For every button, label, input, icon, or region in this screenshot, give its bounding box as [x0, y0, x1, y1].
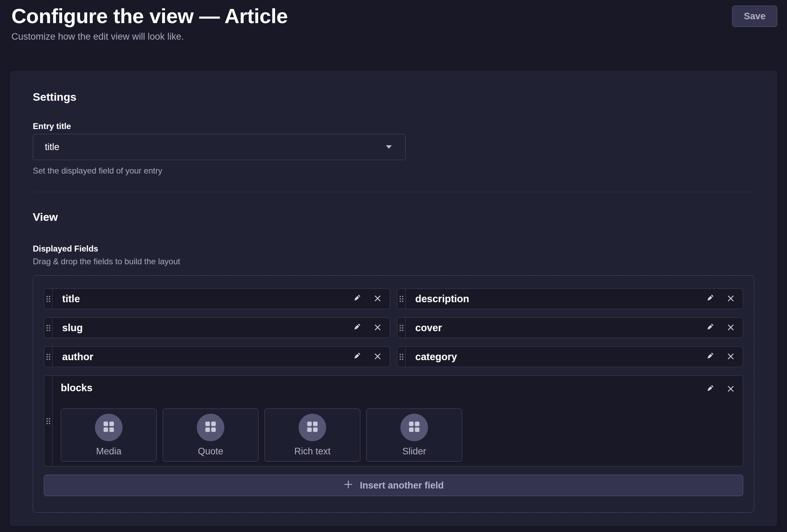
grid-icon	[104, 422, 114, 433]
component-list: Media Quote Rich text	[61, 408, 735, 462]
remove-field-button[interactable]	[373, 323, 382, 333]
remove-field-button[interactable]	[373, 294, 382, 304]
fields-grid: title description	[44, 288, 743, 496]
edit-field-button[interactable]	[705, 384, 715, 394]
pencil-icon	[705, 323, 715, 333]
edit-field-button[interactable]	[705, 352, 715, 362]
entry-title-selected-value: title	[45, 142, 59, 152]
component-card-slider[interactable]: Slider	[366, 408, 462, 462]
close-icon	[726, 352, 735, 362]
edit-field-button[interactable]	[705, 323, 715, 333]
drag-dots-icon	[399, 295, 404, 303]
grid-icon	[409, 422, 419, 433]
pencil-icon	[352, 294, 361, 304]
remove-field-button[interactable]	[726, 384, 735, 394]
pencil-icon	[705, 352, 715, 362]
remove-field-button[interactable]	[726, 323, 735, 333]
field-name: description	[406, 289, 705, 309]
remove-field-button[interactable]	[726, 294, 735, 304]
field-name: title	[52, 289, 352, 309]
drag-dots-icon	[399, 353, 404, 361]
component-circle	[197, 414, 224, 441]
component-circle	[95, 414, 123, 441]
field-row-title: title	[44, 288, 390, 309]
field-name: slug	[52, 318, 352, 338]
drag-dots-icon	[46, 324, 50, 332]
close-icon	[726, 294, 735, 304]
section-divider	[33, 192, 754, 192]
remove-field-button[interactable]	[726, 352, 735, 362]
drag-handle[interactable]	[44, 347, 52, 367]
component-label: Media	[96, 446, 122, 457]
drag-handle[interactable]	[44, 318, 52, 338]
field-row-category: category	[397, 346, 743, 367]
grid-icon	[307, 422, 318, 433]
component-card-rich-text[interactable]: Rich text	[264, 408, 360, 462]
field-row-author: author	[44, 346, 390, 367]
page-subtitle: Customize how the edit view will look li…	[11, 31, 777, 42]
component-circle	[299, 414, 326, 441]
component-card-media[interactable]: Media	[61, 408, 157, 462]
drag-dots-icon	[46, 353, 50, 361]
component-label: Slider	[402, 446, 426, 457]
insert-another-field-label: Insert another field	[360, 480, 444, 491]
component-label: Quote	[198, 446, 223, 457]
field-name: category	[406, 347, 705, 367]
edit-field-button[interactable]	[352, 323, 361, 333]
displayed-fields-hint: Drag & drop the fields to build the layo…	[33, 256, 754, 266]
entry-title-hint: Set the displayed field of your entry	[33, 166, 754, 176]
displayed-fields-label: Displayed Fields	[33, 244, 754, 254]
edit-field-button[interactable]	[352, 294, 361, 304]
insert-another-field-button[interactable]: Insert another field	[44, 475, 743, 496]
close-icon	[373, 323, 382, 333]
close-icon	[726, 323, 735, 333]
pencil-icon	[705, 294, 715, 304]
field-row-cover: cover	[397, 317, 743, 338]
entry-title-select[interactable]: title	[33, 134, 406, 160]
fields-drop-zone: title description	[33, 275, 754, 513]
drag-handle[interactable]	[397, 318, 406, 338]
field-name: cover	[406, 318, 705, 338]
close-icon	[373, 294, 382, 304]
drag-dots-icon	[46, 417, 50, 425]
page-header: Configure the view — Article Customize h…	[0, 0, 787, 42]
drag-handle[interactable]	[397, 347, 406, 367]
page-title: Configure the view — Article	[11, 5, 777, 28]
edit-field-button[interactable]	[705, 294, 715, 304]
component-card-quote[interactable]: Quote	[163, 408, 259, 462]
drag-handle[interactable]	[44, 376, 52, 466]
remove-field-button[interactable]	[373, 352, 382, 362]
field-row-description: description	[397, 288, 743, 309]
view-heading: View	[33, 210, 754, 224]
pencil-icon	[705, 384, 715, 394]
pencil-icon	[352, 323, 361, 333]
drag-handle[interactable]	[44, 289, 52, 309]
field-row-slug: slug	[44, 317, 390, 338]
drag-handle[interactable]	[397, 289, 406, 309]
plus-icon	[343, 479, 353, 492]
field-row-blocks: blocks Media	[44, 375, 743, 466]
drag-dots-icon	[399, 324, 404, 332]
pencil-icon	[352, 352, 361, 362]
close-icon	[726, 384, 735, 394]
grid-icon	[205, 422, 216, 433]
component-circle	[400, 414, 428, 441]
entry-title-label: Entry title	[33, 121, 754, 131]
field-name: author	[52, 347, 352, 367]
settings-heading: Settings	[33, 90, 754, 104]
field-name: blocks	[61, 382, 735, 394]
chevron-down-icon	[386, 145, 392, 149]
save-button[interactable]: Save	[732, 6, 777, 27]
close-icon	[373, 352, 382, 362]
component-label: Rich text	[294, 446, 330, 457]
edit-field-button[interactable]	[352, 352, 361, 362]
configure-view-card: Settings Entry title title Set the displ…	[10, 71, 777, 526]
drag-dots-icon	[46, 295, 50, 303]
